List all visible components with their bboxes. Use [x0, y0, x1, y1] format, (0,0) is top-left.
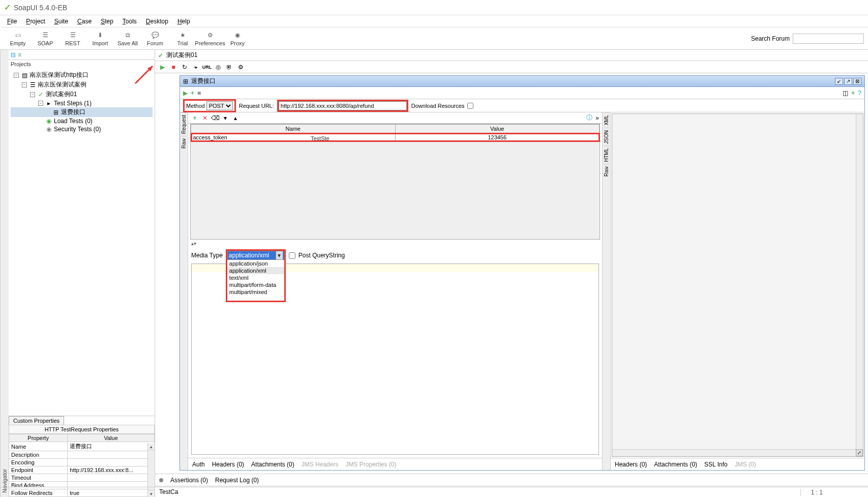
tab-jms-properties[interactable]: JMS Properties (0) — [345, 461, 396, 468]
toolbar-empty-button[interactable]: ▭Empty — [4, 28, 32, 49]
resp-xml-tab[interactable]: XML — [604, 112, 609, 128]
tab-headers[interactable]: Headers (0) — [212, 461, 244, 468]
scroll-up-icon[interactable]: ▴ — [148, 443, 155, 450]
tab-jms[interactable]: JMS (0) — [735, 461, 756, 468]
tree-project[interactable]: −▤南京医保测试http接口 — [11, 70, 153, 80]
help-icon[interactable]: ? — [858, 90, 861, 97]
split-icon[interactable]: ◫ — [843, 90, 848, 97]
remove-param-icon[interactable]: ✕ — [201, 114, 208, 122]
menu-desktop[interactable]: Desktop — [142, 17, 172, 26]
menu-file[interactable]: File — [3, 17, 21, 26]
prop-row[interactable]: Timeout — [9, 474, 155, 482]
expander-icon[interactable]: − — [14, 73, 19, 78]
prop-row[interactable]: Endpointhttp://192.168.xxx.xxx:8... — [9, 466, 155, 474]
media-type-select[interactable]: application/xml ▾ — [227, 251, 284, 260]
window-restore-icon[interactable]: ↙ — [835, 78, 843, 85]
menu-help[interactable]: Help — [173, 17, 194, 26]
media-option[interactable]: application/xml — [227, 267, 284, 274]
add-icon[interactable]: + — [191, 90, 194, 97]
step-icon[interactable]: ▫▸ — [192, 63, 200, 71]
toolbar-saveall-button[interactable]: ⧉Save All — [114, 28, 141, 49]
tree-security-tests[interactable]: ◉Security Tests (0) — [11, 125, 153, 133]
response-vscroll[interactable] — [856, 114, 863, 456]
window-maximize-icon[interactable]: ↗ — [844, 78, 852, 85]
media-option[interactable]: multipart/form-data — [227, 281, 284, 288]
tab-auth[interactable]: Auth — [192, 461, 205, 468]
tree-step-selected[interactable]: ⊞退费接口 — [11, 107, 153, 117]
tree-suite[interactable]: −☰南京医保测试案例 — [11, 80, 153, 90]
navigator-side-tab[interactable]: Navigator — [0, 50, 9, 497]
response-content[interactable]: ⤢ — [612, 113, 863, 457]
run-icon[interactable]: ▶ — [158, 63, 166, 71]
prop-row[interactable]: Encoding — [9, 459, 155, 466]
tab-resp-attachments[interactable]: Attachments (0) — [654, 461, 697, 468]
custom-properties-tab[interactable]: Custom Properties — [9, 416, 64, 425]
params-empty-area[interactable] — [191, 141, 600, 239]
target-icon[interactable]: ◎ — [214, 63, 222, 71]
toolbar-rest-button[interactable]: ☰REST — [59, 28, 86, 49]
resp-raw-tab[interactable]: Raw — [604, 164, 609, 179]
raw-tab[interactable]: Raw — [181, 136, 187, 151]
toolbar-import-button[interactable]: ⬇Import — [86, 28, 114, 49]
assertions-tab[interactable]: Assertions (0) — [170, 477, 208, 484]
collapse-toggle[interactable]: ▴▾ — [188, 240, 602, 247]
tree-case[interactable]: −✓测试案例01 — [11, 90, 153, 99]
tree-steps-folder[interactable]: −▸Test Steps (1) — [11, 99, 153, 107]
add-assertion-icon[interactable]: + — [851, 90, 855, 97]
window-titlebar[interactable]: ⊞ 退费接口 ↙ ↗ ⊠ — [180, 76, 864, 87]
dropdown-icon[interactable]: ▾ — [222, 114, 229, 122]
toolbar-preferences-button[interactable]: ⚙Preferences — [196, 28, 224, 49]
tab-attachments[interactable]: Attachments (0) — [251, 461, 294, 468]
tab-resp-headers[interactable]: Headers (0) — [615, 461, 647, 468]
response-hscroll[interactable] — [612, 449, 856, 456]
method-select[interactable]: POST — [206, 101, 233, 110]
toolbar-forum-button[interactable]: 💬Forum — [141, 28, 169, 49]
media-option[interactable]: multipart/mixed — [227, 288, 284, 296]
expander-icon[interactable]: − — [22, 82, 27, 87]
expander-icon[interactable]: − — [38, 101, 43, 106]
resp-html-tab[interactable]: HTML — [604, 145, 609, 164]
post-querystring-checkbox[interactable] — [289, 252, 295, 259]
run-icon[interactable]: ▶ — [183, 90, 188, 97]
request-log-tab[interactable]: Request Log (0) — [215, 477, 259, 484]
url-icon[interactable]: URL — [203, 63, 211, 71]
resp-json-tab[interactable]: JSON — [604, 128, 609, 146]
stop-icon[interactable]: ■ — [169, 63, 177, 71]
shield-icon[interactable]: ⛨ — [225, 63, 233, 71]
loop-icon[interactable]: ↻ — [181, 63, 189, 71]
tab-jms-headers[interactable]: JMS Headers — [302, 461, 339, 468]
expand-icon[interactable]: » — [595, 114, 599, 122]
request-url-input[interactable] — [279, 101, 407, 110]
response-expand-icon[interactable]: ⤢ — [856, 449, 863, 456]
prop-row[interactable]: Description — [9, 451, 155, 459]
tree-list-icon[interactable]: ≡ — [18, 51, 21, 59]
tab-ssl-info[interactable]: SSL Info — [704, 461, 728, 468]
param-name-cell[interactable]: access_token — [191, 133, 396, 142]
tree-expand-icon[interactable]: ⊟ — [11, 51, 16, 59]
add-param-icon[interactable]: + — [191, 114, 198, 122]
menu-case[interactable]: Case — [73, 17, 96, 26]
toolbar-trial-button[interactable]: ★Trial — [169, 28, 196, 49]
toolbar-soap-button[interactable]: ☰SOAP — [32, 28, 59, 49]
clear-icon[interactable]: ⌫ — [212, 114, 219, 122]
media-option[interactable]: text/xml — [227, 274, 284, 281]
menu-suite[interactable]: Suite — [50, 17, 72, 26]
settings-icon[interactable]: ⚙ — [236, 63, 245, 71]
menu-step[interactable]: Step — [97, 17, 117, 26]
search-forum-input[interactable] — [793, 34, 864, 44]
param-row[interactable]: access_token 123456 — [191, 133, 600, 142]
stop-icon[interactable]: ■ — [197, 90, 201, 97]
tree-load-tests[interactable]: ◉Load Tests (0) — [11, 117, 153, 125]
param-value-cell[interactable]: 123456 — [395, 133, 600, 142]
menu-tools[interactable]: Tools — [118, 17, 141, 26]
prop-row[interactable]: Name退费接口 — [9, 442, 155, 451]
download-resources-checkbox[interactable] — [467, 103, 473, 109]
help-icon[interactable]: ⓘ — [586, 113, 592, 122]
request-tab[interactable]: Request — [181, 112, 187, 136]
toolbar-proxy-button[interactable]: ◉Proxy — [224, 28, 251, 49]
media-option[interactable]: application/json — [227, 260, 284, 267]
window-close-icon[interactable]: ⊠ — [853, 78, 861, 85]
up-icon[interactable]: ▴ — [232, 114, 239, 122]
menu-project[interactable]: Project — [22, 17, 49, 26]
expander-icon[interactable]: − — [30, 92, 35, 97]
